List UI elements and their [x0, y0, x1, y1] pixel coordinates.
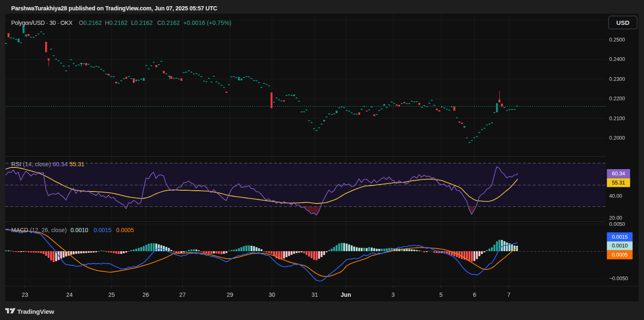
svg-text:60.34: 60.34 — [612, 171, 625, 177]
svg-text:0.0005: 0.0005 — [612, 252, 627, 258]
svg-text:3: 3 — [391, 291, 395, 298]
svg-text:USD: USD — [616, 19, 629, 26]
svg-text:0.2500: 0.2500 — [609, 37, 625, 43]
svg-text:TradingView: TradingView — [17, 308, 55, 315]
svg-text:0.2400: 0.2400 — [609, 56, 625, 62]
svg-text:MACD (12, 26, close): MACD (12, 26, close) — [11, 227, 67, 233]
svg-text:Polygon/USD · 30 · OKX: Polygon/USD · 30 · OKX — [11, 19, 73, 26]
svg-text:29: 29 — [227, 291, 233, 298]
svg-text:T: T — [80, 62, 83, 67]
svg-text:7: 7 — [507, 291, 510, 298]
svg-text:−0.0050: −0.0050 — [609, 276, 628, 281]
svg-text:31: 31 — [311, 291, 318, 298]
svg-text:5: 5 — [440, 291, 443, 298]
svg-text:20.00: 20.00 — [609, 215, 622, 221]
svg-text:6: 6 — [473, 291, 476, 298]
svg-text:Jun: Jun — [341, 291, 351, 298]
svg-text:24: 24 — [66, 291, 73, 298]
svg-text:26: 26 — [143, 291, 149, 298]
svg-text:O0.2162: O0.2162 — [79, 19, 102, 26]
svg-text:30: 30 — [269, 291, 275, 298]
svg-text:L0.2162: L0.2162 — [131, 19, 153, 26]
svg-text:C0.2162: C0.2162 — [157, 19, 180, 26]
svg-text:55.31: 55.31 — [612, 180, 625, 186]
svg-text:ParshwaTurakhiya28 published o: ParshwaTurakhiya28 published on TradingV… — [11, 5, 217, 12]
svg-text:0.0015: 0.0015 — [612, 234, 627, 240]
svg-text:0.0050: 0.0050 — [609, 221, 625, 227]
svg-text:25: 25 — [108, 291, 115, 298]
svg-text:T: T — [168, 75, 171, 80]
svg-text:H0.2162: H0.2162 — [105, 19, 128, 26]
svg-text:0.0005: 0.0005 — [116, 227, 134, 233]
svg-text:+0.0016 (+0.75%): +0.0016 (+0.75%) — [183, 19, 231, 26]
svg-text:27: 27 — [179, 291, 186, 298]
svg-text:0.0015: 0.0015 — [94, 227, 112, 233]
svg-text:0.2100: 0.2100 — [609, 116, 625, 121]
svg-text:0.2300: 0.2300 — [609, 76, 625, 82]
svg-text:RSI (14, close) 60.34 55.31: RSI (14, close) 60.34 55.31 — [11, 161, 85, 167]
svg-text:23: 23 — [22, 291, 28, 298]
svg-text:40.00: 40.00 — [609, 193, 622, 199]
svg-text:0.0010: 0.0010 — [70, 227, 88, 233]
svg-text:0.2200: 0.2200 — [609, 96, 625, 102]
svg-text:0.0010: 0.0010 — [612, 243, 627, 249]
svg-text:0.2000: 0.2000 — [609, 135, 625, 141]
